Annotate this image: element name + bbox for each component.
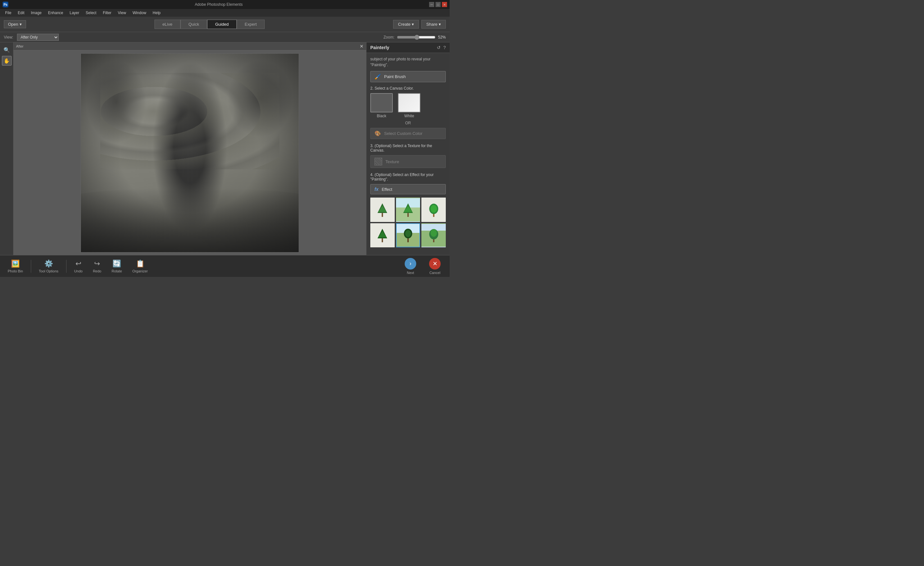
canvas-tab-label: After [16,44,24,48]
tool-options-label: Tool Options [39,269,58,273]
svg-rect-12 [407,239,408,243]
minimize-button[interactable]: ─ [429,2,434,7]
redo-icon: ↪ [94,260,100,268]
panel-refresh-icon[interactable]: ↺ [437,45,441,50]
panel-description: subject of your photo to reveal your "Pa… [370,56,446,68]
rotate-icon: 🔄 [112,260,121,268]
zoom-section: Zoom: 52% [384,35,446,40]
redo-button[interactable]: ↪ Redo [89,258,105,275]
menu-edit[interactable]: Edit [15,10,27,16]
effect-thumb-1[interactable] [370,198,395,222]
or-divider: OR [370,121,446,125]
photo-bin-button[interactable]: 🖼️ Photo Bin [4,258,27,275]
open-button[interactable]: Open ▾ [4,20,26,28]
organizer-label: Organizer [132,269,148,273]
photo-bin-label: Photo Bin [8,269,23,273]
menu-layer[interactable]: Layer [67,10,82,16]
effect-label: Effect [381,187,392,192]
hand-tool-button[interactable]: ✋ [2,56,12,66]
zoom-slider[interactable] [397,35,435,40]
panel-title-text: Painterly [370,45,389,50]
organizer-icon: 📋 [136,260,144,268]
tab-guided[interactable]: Guided [207,20,237,29]
titlebar: Ps Adobe Photoshop Elements ─ □ ✕ [0,0,450,9]
canvas-color-section: 2. Select a Canvas Color. Black White OR… [370,86,446,139]
texture-section: 3. (Optional) Select a Texture for the C… [370,144,446,168]
svg-rect-0 [382,213,383,217]
rotate-button[interactable]: 🔄 Rotate [108,258,126,275]
color-options: Black White [370,93,446,118]
tool-options-button[interactable]: ⚙️ Tool Options [35,258,62,275]
cancel-button[interactable]: ✕ Cancel [424,256,446,276]
panel-body: subject of your photo to reveal your "Pa… [366,53,450,255]
menu-filter[interactable]: Filter [100,10,114,16]
black-color-option[interactable]: Black [370,93,393,118]
panel-help-icon[interactable]: ? [443,45,446,50]
view-label: View: [4,35,13,39]
next-button[interactable]: › Next [399,256,422,276]
effect-thumb-6[interactable] [422,223,446,248]
search-tool-button[interactable]: 🔍 [2,45,12,55]
black-label: Black [377,114,386,118]
texture-button[interactable]: Texture [370,155,446,168]
maximize-button[interactable]: □ [435,2,441,7]
menu-help[interactable]: Help [150,10,163,16]
svg-rect-3 [407,213,408,217]
share-button[interactable]: Share ▾ [422,20,446,29]
canvas-container [14,50,366,255]
close-button[interactable]: ✕ [442,2,447,7]
panel-title-bar: Painterly ↺ ? [366,42,450,53]
window-controls: ─ □ ✕ [429,2,447,7]
menu-file[interactable]: File [3,10,14,16]
effect-thumb-3[interactable] [422,198,446,222]
effect-thumbnails-grid [370,198,446,247]
effect-button[interactable]: fx Effect [370,184,446,194]
black-swatch [370,93,393,113]
canvas-area: After ✕ [14,42,366,255]
view-select[interactable]: After Only Before Only Before & After [17,34,59,41]
menu-image[interactable]: Image [28,10,44,16]
effect-thumb-4[interactable] [370,223,395,248]
mode-tabs: eLive Quick Guided Expert [154,20,265,29]
menu-window[interactable]: Window [130,10,149,16]
texture-icon [375,158,382,165]
next-label: Next [407,271,414,275]
svg-marker-2 [378,206,387,212]
open-label: Open [8,22,18,27]
rotate-label: Rotate [111,269,122,273]
effect-thumb-2[interactable] [396,198,420,222]
svg-marker-11 [378,231,387,237]
tab-elive[interactable]: eLive [154,20,180,29]
zoom-percentage: 52% [438,35,446,39]
effect-header: 4. (Optional) Select an Effect for your … [370,173,446,182]
tab-expert[interactable]: Expert [237,20,265,29]
custom-color-icon: 🎨 [375,131,381,137]
paint-brush-icon: 🖌️ [375,74,381,80]
tab-quick[interactable]: Quick [180,20,207,29]
menu-view[interactable]: View [115,10,129,16]
white-color-option[interactable]: White [398,93,420,118]
undo-button[interactable]: ↩ Undo [70,258,86,275]
cancel-label: Cancel [429,271,440,275]
menu-enhance[interactable]: Enhance [45,10,66,16]
paint-brush-label: Paint Brush [384,74,406,79]
create-button[interactable]: Create ▾ [393,20,419,29]
menubar: File Edit Image Enhance Layer Select Fil… [0,9,450,17]
share-label: Share [426,22,437,27]
custom-color-label: Select Custom Color [384,131,422,136]
custom-color-button[interactable]: 🎨 Select Custom Color [370,128,446,139]
title-text: Adobe Photoshop Elements [195,2,243,7]
texture-header: 3. (Optional) Select a Texture for the C… [370,144,446,153]
top-toolbar: Open ▾ eLive Quick Guided Expert Create … [0,17,450,32]
effect-thumb-5[interactable] [396,223,420,248]
menu-select[interactable]: Select [83,10,99,16]
bottom-toolbar: 🖼️ Photo Bin ⚙️ Tool Options ↩ Undo ↪ Re… [0,255,450,277]
app-icon: Ps [3,2,8,8]
effect-section: 4. (Optional) Select an Effect for your … [370,173,446,247]
texture-label: Texture [386,159,399,164]
bottom-right-buttons: › Next ✕ Cancel [399,256,446,276]
organizer-button[interactable]: 📋 Organizer [129,258,152,275]
paint-brush-button[interactable]: 🖌️ Paint Brush [370,71,446,82]
canvas-close-button[interactable]: ✕ [360,44,363,49]
fx-icon: fx [375,187,378,192]
